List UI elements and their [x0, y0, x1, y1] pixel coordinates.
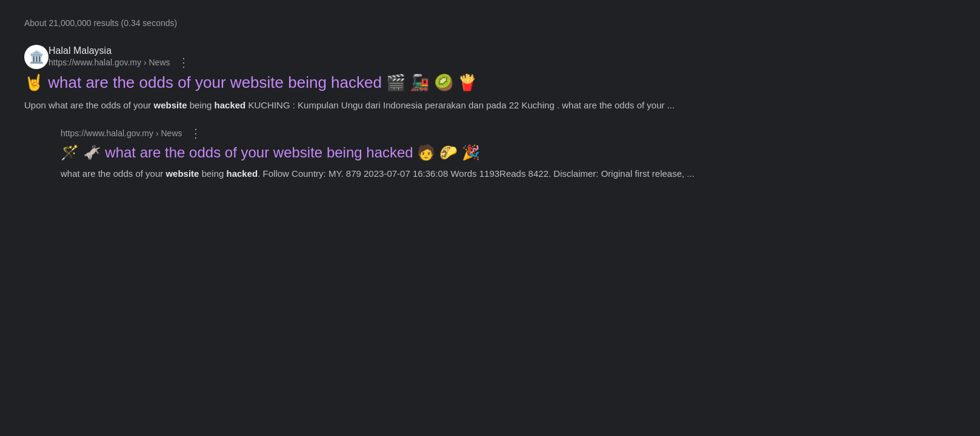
result-header-1: 🏛️ Halal Malaysia https://www.halal.gov.… [24, 45, 956, 69]
sub-snippet-bold-hacked-1: hacked [227, 168, 258, 179]
sub-result-snippet-1: what are the odds of your website being … [61, 167, 909, 181]
sub-snippet-bold-website-1: website [165, 168, 199, 179]
sub-title-prefix-emojis-1: 🪄 🫏 [61, 144, 105, 160]
more-options-1[interactable]: ⋮ [178, 56, 190, 68]
title-prefix-emoji-1: 🤘 [24, 73, 48, 91]
site-info-1: Halal Malaysia https://www.halal.gov.my … [48, 45, 190, 68]
snippet-bold-hacked-1: hacked [215, 100, 246, 110]
sub-title-suffix-emojis-1: 🧑 🌮 🎉 [413, 144, 480, 160]
sub-result-title-1[interactable]: 🪄 🫏 what are the odds of your website be… [61, 143, 956, 162]
sub-url-1[interactable]: https://www.halal.gov.my › News [61, 128, 182, 138]
result-snippet-1: Upon what are the odds of your website b… [24, 98, 873, 113]
site-url-1[interactable]: https://www.halal.gov.my › News [48, 58, 170, 67]
snippet-bold-website-1: website [153, 100, 187, 110]
favicon-icon-1: 🏛️ [29, 50, 44, 64]
title-suffix-emojis-1: 🎬 🚂 🥝 🍟 [382, 73, 477, 91]
site-favicon-1: 🏛️ [24, 45, 48, 69]
sub-more-options-1[interactable]: ⋮ [190, 127, 202, 139]
sub-url-row-1: https://www.halal.gov.my › News ⋮ [61, 127, 956, 139]
sub-result-1: https://www.halal.gov.my › News ⋮ 🪄 🫏 wh… [61, 125, 956, 181]
site-url-row-1: https://www.halal.gov.my › News ⋮ [48, 56, 190, 68]
results-count: About 21,000,000 results (0.34 seconds) [24, 18, 956, 28]
result-title-1[interactable]: 🤘 what are the odds of your website bein… [24, 73, 956, 93]
search-result-1: 🏛️ Halal Malaysia https://www.halal.gov.… [24, 45, 956, 181]
site-name-1[interactable]: Halal Malaysia [48, 45, 190, 56]
